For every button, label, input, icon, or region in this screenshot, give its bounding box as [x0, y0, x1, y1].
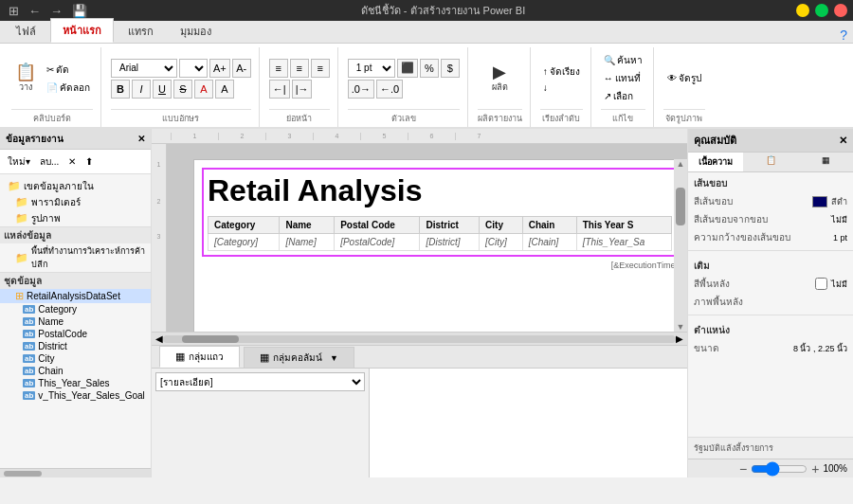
right-panel-close-btn[interactable]: ✕	[839, 135, 847, 147]
run-report-btn[interactable]: ▶ ผลิต	[486, 62, 513, 96]
tree-item-images[interactable]: 📁 รูปภาพ	[0, 210, 151, 226]
increase-font-btn[interactable]: A+	[209, 59, 230, 78]
cell-thisyears: [This_Year_Sa	[576, 234, 671, 251]
hscroll-track[interactable]	[163, 335, 676, 343]
row-group-select[interactable]: [รายละเอียด]	[155, 372, 365, 391]
number-style-btn[interactable]: ⬛	[397, 59, 418, 78]
tab-text-content[interactable]: เนื้อความ	[688, 153, 743, 171]
select-icon: ↗	[604, 91, 611, 101]
copy-btn[interactable]: 📄คัดลอก	[44, 80, 93, 96]
tree-item-field-district[interactable]: ab District	[0, 340, 151, 352]
back-btn[interactable]: ←	[26, 4, 44, 18]
view-btn[interactable]: 👁จัดรูป	[664, 70, 704, 86]
sort-desc-btn[interactable]: ↓	[540, 81, 583, 94]
underline-btn[interactable]: U	[153, 80, 172, 99]
fill-bg-checkbox[interactable]	[815, 278, 827, 290]
field-icon: ab	[23, 330, 35, 338]
find-btn[interactable]: 🔍ค้นหา	[601, 52, 645, 68]
tab-row-group[interactable]: ▦ กลุ่มแถว	[159, 346, 240, 368]
close-datasource-btn[interactable]: ✕	[64, 154, 80, 169]
align-center-btn[interactable]: ≡	[290, 59, 309, 78]
replace-btn[interactable]: ↔แทนที่	[601, 70, 645, 86]
vscroll-up-btn[interactable]: ▲	[677, 159, 685, 169]
execution-time: [&ExecutionTime]	[611, 261, 678, 270]
left-panel-hscroll[interactable]	[0, 468, 151, 477]
font-family-select[interactable]: Arial	[111, 59, 177, 78]
hscroll-thumb[interactable]	[182, 335, 239, 343]
hscroll-left-btn[interactable]: ◀	[155, 333, 163, 344]
tree-item-label: เขตข้อมูลภายใน	[24, 179, 94, 193]
vscroll-thumb[interactable]	[676, 188, 685, 225]
selected-table-region[interactable]: Retail Analysis Category Name Postal Cod…	[202, 168, 678, 257]
tab-properties-2[interactable]: 📋	[743, 153, 798, 171]
left-panel-close-btn[interactable]: ✕	[137, 134, 145, 144]
run-label-grp: ผลิตรายงาน	[478, 109, 522, 125]
align-left-btn[interactable]: ≡	[269, 59, 288, 78]
currency-btn[interactable]: $	[441, 59, 460, 78]
vscroll-down-btn[interactable]: ▼	[677, 322, 685, 332]
position-section-title: ตำแหน่ง	[688, 319, 853, 339]
tab-col-group[interactable]: ▦ กลุ่มคอลัมน์ ▼	[244, 347, 354, 368]
zoom-text: 100%	[823, 463, 847, 474]
tree-item-field-postalcode[interactable]: ab PostalCode	[0, 328, 151, 340]
align-right-btn[interactable]: ≡	[311, 59, 330, 78]
canvas-vscroll[interactable]: ▲ ▼	[674, 159, 687, 332]
tree-item-field-v-this-year-sales-goal[interactable]: ab v_This_Year_Sales_Goal	[0, 389, 151, 402]
highlight-btn[interactable]: A	[215, 80, 234, 99]
border-color-row: สีเส้นขอบ สีดำ	[688, 192, 853, 210]
canvas-area[interactable]: Retail Analysis Category Name Postal Cod…	[152, 144, 687, 332]
strikethrough-btn[interactable]: S	[173, 80, 192, 99]
help-btn[interactable]: ?	[840, 27, 847, 43]
sort-asc-btn[interactable]: ↑จัดเรียง	[540, 63, 583, 80]
left-ruler: 1 2 3	[152, 144, 167, 332]
tab-view[interactable]: มุมมอง	[168, 19, 224, 43]
decrease-font-btn[interactable]: A-	[232, 59, 251, 78]
tree-item-workspace[interactable]: 📁 พื้นที่ทำงานการวิเคราะห์การค้าปลีก	[0, 243, 151, 272]
zoom-slider[interactable]	[751, 461, 808, 477]
refresh-btn[interactable]: ⬆	[82, 154, 97, 169]
tree-item-field-chain[interactable]: ab Chain	[0, 365, 151, 377]
tab-properties-3[interactable]: ▦	[798, 153, 853, 171]
font-size-select[interactable]: 10	[179, 59, 208, 78]
tab-file[interactable]: ไฟล์	[4, 19, 48, 43]
indent-decrease-btn[interactable]: ←|	[269, 80, 290, 99]
tree-item-dataset[interactable]: ⊞ RetailAnalysisDataSet	[0, 289, 151, 303]
select-btn[interactable]: ↗เลือก	[601, 88, 645, 104]
canvas-hscroll[interactable]: ◀ ▶	[152, 332, 687, 345]
run-controls: ▶ ผลิต	[486, 47, 513, 109]
cell-chain: [Chain]	[522, 234, 576, 251]
left-panel-header: ข้อมูลรายงาน ✕	[0, 129, 151, 150]
italic-btn[interactable]: I	[132, 80, 151, 99]
tree-item-field-this-year-sales[interactable]: ab This_Year_Sales	[0, 377, 151, 389]
tree-item-field-name[interactable]: ab Name	[0, 315, 151, 328]
border-color-swatch[interactable]	[812, 196, 827, 207]
cut-btn[interactable]: ✂ตัด	[44, 62, 93, 78]
percent-btn[interactable]: %	[420, 59, 439, 78]
font-color-btn[interactable]: A	[194, 80, 213, 99]
tree-item-builtin-fields[interactable]: 📁 เขตข้อมูลภายใน	[0, 178, 151, 194]
paste-btn[interactable]: 📋 วาง	[11, 62, 40, 96]
save-btn[interactable]: 💾	[69, 4, 90, 18]
zoom-out-btn[interactable]: −	[739, 461, 747, 477]
indent-increase-btn[interactable]: |→	[292, 80, 313, 99]
delete-datasource-btn[interactable]: ลบ...	[36, 153, 63, 171]
page-canvas[interactable]: Retail Analysis Category Name Postal Cod…	[193, 159, 686, 332]
hscroll-right-btn[interactable]: ▶	[676, 333, 683, 344]
forward-btn[interactable]: →	[47, 4, 65, 18]
new-datasource-btn[interactable]: ใหม่▾	[4, 153, 34, 171]
number-format-select[interactable]: 1 pt	[348, 59, 395, 78]
zoom-in-btn[interactable]: +	[811, 461, 819, 477]
tab-insert[interactable]: แทรก	[116, 19, 166, 43]
minimize-btn[interactable]	[796, 4, 809, 17]
view-label: จัดรูปภาพ	[663, 109, 705, 125]
maximize-btn[interactable]	[815, 4, 828, 17]
dec-decrease-btn[interactable]: ←.0	[376, 80, 403, 99]
dec-increase-btn[interactable]: .0→	[348, 80, 374, 99]
tree-item-field-city[interactable]: ab City	[0, 352, 151, 365]
bold-btn[interactable]: B	[111, 80, 130, 99]
tree-item-parameters[interactable]: 📁 พารามิเตอร์	[0, 194, 151, 210]
tree-item-field-category[interactable]: ab Category	[0, 303, 151, 315]
close-btn[interactable]	[834, 4, 847, 17]
tab-home[interactable]: หน้าแรก	[50, 18, 114, 43]
ruler-tick-6: 6	[408, 133, 455, 140]
